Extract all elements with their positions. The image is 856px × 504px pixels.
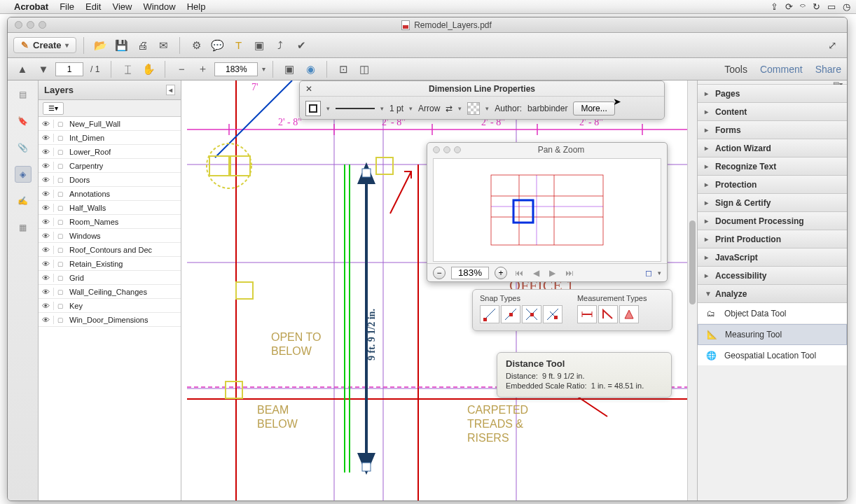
layer-row[interactable]: 👁▢New_Full_Wall — [39, 117, 181, 131]
layers-options-button[interactable]: ☰▾ — [43, 102, 64, 115]
measure-perimeter-button[interactable] — [598, 305, 618, 323]
layer-row[interactable]: 👁▢Retain_Existing — [39, 257, 181, 271]
color-swatch[interactable] — [305, 101, 321, 116]
tray-time-icon[interactable]: ◷ — [843, 1, 850, 12]
snap-intersection-button[interactable] — [522, 305, 541, 323]
collapse-layers-button[interactable]: ◂ — [166, 85, 175, 95]
dimension-line-properties-panel[interactable]: ✕ Dimension Line Properties ▾ ▾ 1 pt▾ Ar… — [299, 80, 665, 120]
section-document-processing[interactable]: ▸Document Processing — [698, 212, 847, 230]
layer-row[interactable]: 👁▢Key — [39, 299, 181, 313]
expand-button[interactable]: ⤢ — [823, 36, 841, 55]
pz-next-button[interactable]: ▶ — [547, 268, 558, 278]
tools-panel-link[interactable]: Tools — [724, 64, 747, 75]
tray-refresh-icon[interactable]: ↻ — [813, 1, 820, 12]
eye-icon[interactable]: 👁 — [39, 218, 54, 226]
menu-edit[interactable]: Edit — [85, 1, 101, 12]
section-action-wizard[interactable]: ▸Action Wizard — [698, 139, 847, 158]
eye-icon[interactable]: 👁 — [39, 204, 54, 212]
page-down-button[interactable]: ▼ — [34, 60, 53, 78]
eye-icon[interactable]: 👁 — [39, 162, 54, 170]
eye-icon[interactable]: 👁 — [39, 190, 54, 198]
snap-perpendicular-button[interactable] — [543, 305, 562, 323]
fit-page-button[interactable]: ▣ — [280, 60, 298, 78]
attach-button[interactable]: ⤴ — [271, 36, 289, 55]
share-panel-link[interactable]: Share — [815, 64, 841, 75]
layer-row[interactable]: 👁▢Win_Door_Dimensions — [39, 313, 181, 327]
layer-row[interactable]: 👁▢Doors — [39, 173, 181, 187]
section-javascript[interactable]: ▸JavaScript — [698, 248, 847, 267]
page-up-button[interactable]: ▲ — [13, 60, 32, 78]
comment-panel-link[interactable]: Comment — [760, 64, 803, 75]
stamp-button[interactable]: ▣ — [250, 36, 268, 55]
measure-area-button[interactable] — [619, 305, 639, 323]
layer-row[interactable]: 👁▢Lower_Roof — [39, 145, 181, 159]
menu-view[interactable]: View — [112, 1, 132, 12]
rotate-button[interactable]: ⊡ — [334, 60, 352, 78]
snap-measurement-palette[interactable]: Snap Types Measurement Types — [472, 289, 672, 331]
open-button[interactable]: 📂 — [91, 36, 109, 55]
section-forms[interactable]: ▸Forms — [698, 121, 847, 139]
section-print-production[interactable]: ▸Print Production — [698, 230, 847, 248]
object-data-tool[interactable]: 🗂Object Data Tool — [698, 303, 847, 324]
highlight-button[interactable]: T — [229, 36, 247, 55]
eye-icon[interactable]: 👁 — [39, 148, 54, 156]
layer-row[interactable]: 👁▢Wall_Ceiling_Changes — [39, 285, 181, 299]
eye-icon[interactable]: 👁 — [39, 246, 54, 254]
pz-zoom-in-button[interactable]: + — [495, 267, 507, 279]
pan-zoom-window[interactable]: Pan & Zoom − + — [427, 142, 668, 282]
menubar-app[interactable]: Acrobat — [14, 1, 48, 12]
zoom-in-button[interactable]: ＋ — [193, 60, 212, 78]
hand-tool-button[interactable]: ✋ — [139, 60, 158, 78]
zoom-window-button[interactable] — [39, 21, 46, 29]
layer-row[interactable]: 👁▢Carpentry — [39, 159, 181, 173]
layer-row[interactable]: 👁▢Roof_Contours and Dec — [39, 243, 181, 257]
page-number-input[interactable] — [55, 62, 83, 76]
menu-window[interactable]: Window — [143, 1, 175, 12]
bookmark-icon[interactable]: 🔖 — [15, 113, 32, 130]
pz-first-button[interactable]: ⏮ — [513, 268, 525, 278]
tray-sync-icon[interactable]: ⟳ — [785, 1, 793, 12]
eye-icon[interactable]: 👁 — [39, 274, 54, 282]
eye-icon[interactable]: 👁 — [39, 302, 54, 310]
pan-zoom-preview[interactable] — [433, 158, 661, 262]
section-content[interactable]: ▸Content — [698, 103, 847, 121]
signatures-icon[interactable]: ✍ — [15, 192, 32, 209]
vertical-scrollbar[interactable] — [687, 80, 697, 500]
layer-row[interactable]: 👁▢Int_Dimen — [39, 131, 181, 145]
layer-row[interactable]: 👁▢Windows — [39, 229, 181, 243]
measuring-tool[interactable]: 📐Measuring Tool — [698, 324, 847, 345]
eye-icon[interactable]: 👁 — [39, 232, 54, 240]
snap-midpoint-button[interactable] — [501, 305, 520, 323]
tray-dropbox-icon[interactable]: ⇪ — [771, 1, 778, 12]
tray-display-icon[interactable]: ▭ — [827, 1, 836, 12]
attachments-icon[interactable]: 📎 — [15, 139, 32, 156]
document-canvas[interactable]: 7' 2' - 8" 2' - 8" 2' - 8" 2' - 8" 9 ft.… — [181, 80, 697, 500]
close-icon[interactable]: ✕ — [305, 84, 312, 94]
zoom-level-input[interactable] — [214, 62, 258, 76]
line-end[interactable]: Arrow — [418, 104, 440, 113]
eye-icon[interactable]: 👁 — [39, 316, 54, 324]
section-accessibility[interactable]: ▸Accessibility — [698, 267, 847, 285]
menu-help[interactable]: Help — [187, 1, 206, 12]
eye-icon[interactable]: 👁 — [39, 120, 54, 128]
eye-icon[interactable]: 👁 — [39, 134, 54, 142]
zoom-dropdown[interactable]: ▾ — [262, 65, 265, 73]
email-button[interactable]: ✉ — [154, 36, 172, 55]
create-button[interactable]: ✎ Create ▾ — [13, 37, 76, 53]
read-mode-button[interactable]: ◉ — [301, 60, 319, 78]
pz-prev-button[interactable]: ◀ — [531, 268, 541, 278]
menu-file[interactable]: File — [60, 1, 74, 12]
eye-icon[interactable]: 👁 — [39, 288, 54, 296]
arrow-direction-icon[interactable]: ⇄ — [446, 104, 453, 113]
settings-button[interactable]: ⚙ — [187, 36, 205, 55]
stroke-weight[interactable]: 1 pt — [389, 104, 403, 113]
save-button[interactable]: 💾 — [112, 36, 130, 55]
layer-row[interactable]: 👁▢Half_Walls — [39, 201, 181, 215]
thumbnails-icon[interactable]: ▤ — [15, 86, 32, 103]
pz-region-icon[interactable]: ◻ — [645, 268, 652, 278]
select-tool-button[interactable]: ⌶ — [118, 60, 137, 78]
tools-menu-icon[interactable]: ▤▾ — [833, 80, 843, 84]
print-button[interactable]: 🖨 — [133, 36, 151, 55]
tray-wifi-icon[interactable]: ⌔ — [800, 1, 806, 12]
section-analyze[interactable]: ▼Analyze — [698, 285, 847, 303]
